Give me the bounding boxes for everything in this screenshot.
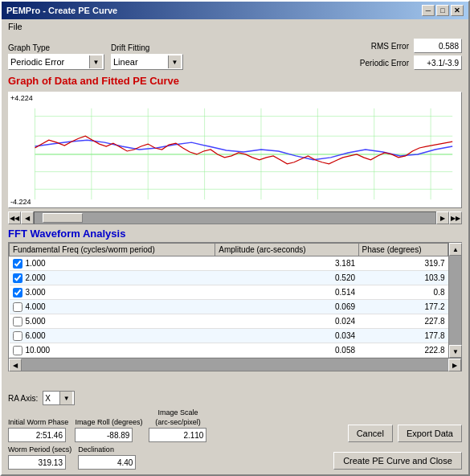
fft-table-row: 1.0003.181319.7: [10, 256, 448, 271]
cancel-button[interactable]: Cancel: [348, 425, 393, 442]
fft-table-row: 5.0000.024227.8: [10, 314, 448, 329]
graph-container: +4.224 -4.224: [8, 92, 462, 208]
fft-table-row: 2.0000.520103.9: [10, 271, 448, 285]
file-menu[interactable]: File: [5, 21, 26, 32]
drift-fitting-combo[interactable]: Linear ▼: [111, 54, 183, 70]
fft-col-phase: Phase (degrees): [358, 244, 448, 256]
fft-phase-cell: 0.8: [358, 285, 448, 300]
minimize-button[interactable]: ─: [422, 5, 435, 16]
rms-row: RMS Error 0.588: [345, 39, 462, 53]
fft-section: FFT Waveform Analysis Fundamental Freq (…: [8, 228, 462, 386]
export-data-button[interactable]: Export Data: [398, 425, 462, 442]
fft-h-scroll-right[interactable]: ▶: [448, 359, 461, 371]
scroll-right-end[interactable]: ▶▶: [449, 211, 462, 224]
fft-freq-cell: 2.000: [10, 271, 215, 285]
fft-checkbox[interactable]: [13, 259, 22, 269]
menu-bar: File: [2, 19, 468, 34]
fft-checkbox[interactable]: [13, 273, 22, 283]
fft-amplitude-cell: 3.181: [215, 256, 358, 271]
rms-section: RMS Error 0.588 Periodic Error +3.1/-3.9: [345, 39, 462, 70]
worm-period-group: Worm Period (secs) 319.13: [8, 445, 72, 470]
scroll-thumb[interactable]: [43, 213, 83, 223]
fft-amplitude-cell: 0.514: [215, 285, 358, 300]
rms-value: 0.588: [414, 39, 462, 53]
fft-col-freq: Fundamental Freq (cycles/worm period): [10, 244, 215, 256]
fft-amplitude-cell: 0.058: [215, 343, 358, 358]
fft-checkbox[interactable]: [13, 331, 22, 341]
close-button[interactable]: ✕: [451, 5, 464, 16]
fft-col-amp: Amplitude (arc-seconds): [215, 244, 358, 256]
create-pe-curve-button[interactable]: Create PE Curve and Close: [333, 452, 462, 470]
fft-amplitude-cell: 0.024: [215, 314, 358, 329]
worm-period-input[interactable]: 319.13: [8, 455, 66, 470]
ra-axis-row: RA Axis: X ▼: [8, 391, 462, 405]
main-window: PEMPro - Create PE Curve ─ □ ✕ File Grap…: [0, 0, 470, 476]
drift-fitting-label: Drift Fitting: [111, 43, 183, 52]
image-scale-label2: (arc-sec/pixel): [155, 418, 201, 426]
fft-table-row: 3.0000.5140.8: [10, 285, 448, 300]
drift-fitting-arrow[interactable]: ▼: [168, 55, 181, 68]
worm-phase-group: Initial Worm Phase 2:51.46: [8, 418, 68, 442]
ra-axis-combo[interactable]: X ▼: [43, 391, 75, 405]
fields-row-1: Initial Worm Phase 2:51.46 Image Roll (d…: [8, 408, 462, 442]
fft-scroll-up[interactable]: ▲: [449, 243, 462, 256]
fft-table-row: 6.0000.034177.8: [10, 329, 448, 343]
buttons-top-row: Cancel Export Data: [348, 425, 462, 442]
bottom-controls: RA Axis: X ▼ Initial Worm Phase 2:51.46 …: [8, 391, 462, 470]
scroll-right[interactable]: ▶: [436, 211, 449, 224]
btn-row-1: Cancel Export Data: [348, 425, 462, 442]
periodic-error-value: +3.1/-3.9: [414, 55, 462, 70]
graph-type-combo[interactable]: Periodic Error ▼: [8, 54, 104, 70]
fft-amplitude-cell: 0.520: [215, 271, 358, 285]
main-content: Graph Type Periodic Error ▼ Drift Fittin…: [2, 34, 468, 474]
drift-fitting-value: Linear: [113, 57, 138, 67]
fields-row-2: Worm Period (secs) 319.13 Declination 4.…: [8, 445, 462, 470]
graph-type-arrow[interactable]: ▼: [89, 55, 102, 68]
ra-axis-label: RA Axis:: [8, 394, 38, 403]
fft-phase-cell: 319.7: [358, 256, 448, 271]
image-roll-input[interactable]: -88.89: [75, 428, 133, 442]
fft-checkbox[interactable]: [13, 302, 22, 312]
top-controls: Graph Type Periodic Error ▼ Drift Fittin…: [8, 39, 462, 70]
fft-amplitude-cell: 0.034: [215, 329, 358, 343]
graph-svg: [9, 92, 461, 207]
fft-scroll-down[interactable]: ▼: [449, 345, 462, 358]
fft-amplitude-cell: 0.069: [215, 300, 358, 314]
fft-checkbox[interactable]: [13, 288, 22, 298]
scroll-track[interactable]: [34, 211, 436, 224]
maximize-button[interactable]: □: [436, 5, 449, 16]
fft-h-scroll-left[interactable]: ◀: [9, 359, 22, 371]
declination-input[interactable]: 4.40: [78, 455, 136, 470]
scroll-left[interactable]: ◀: [21, 211, 34, 224]
declination-group: Declination 4.40: [78, 445, 136, 470]
fft-phase-cell: 177.2: [358, 300, 448, 314]
scroll-left-start[interactable]: ◀◀: [8, 211, 21, 224]
periodic-error-row: Periodic Error +3.1/-3.9: [345, 55, 462, 70]
ra-axis-value: X: [45, 394, 51, 403]
fft-freq-cell: 10.000: [10, 343, 215, 358]
graph-type-label: Graph Type: [8, 43, 104, 52]
window-title: PEMPro - Create PE Curve: [6, 6, 117, 15]
fft-title: FFT Waveform Analysis: [8, 228, 462, 240]
fft-freq-cell: 5.000: [10, 314, 215, 329]
fft-freq-cell: 3.000: [10, 285, 215, 300]
image-roll-label: Image Roll (degrees): [75, 418, 142, 426]
fft-checkbox[interactable]: [13, 317, 22, 326]
worm-phase-input[interactable]: 2:51.46: [8, 428, 66, 442]
ra-axis-arrow[interactable]: ▼: [59, 392, 72, 404]
graph-scrollbar: ◀◀ ◀ ▶ ▶▶: [8, 211, 462, 224]
rms-label: RMS Error: [345, 42, 409, 51]
fft-freq-cell: 6.000: [10, 329, 215, 343]
fft-checkbox[interactable]: [13, 346, 22, 355]
declination-label: Declination: [78, 445, 136, 453]
fft-phase-cell: 227.8: [358, 314, 448, 329]
graph-type-value: Periodic Error: [10, 57, 64, 67]
title-bar: PEMPro - Create PE Curve ─ □ ✕: [2, 2, 468, 19]
fft-freq-cell: 4.000: [10, 300, 215, 314]
worm-period-label: Worm Period (secs): [8, 445, 72, 453]
worm-phase-label: Initial Worm Phase: [8, 418, 68, 426]
image-scale-input[interactable]: 2.110: [149, 428, 206, 442]
drift-fitting-group: Drift Fitting Linear ▼: [111, 43, 183, 70]
graph-type-group: Graph Type Periodic Error ▼: [8, 43, 104, 70]
title-controls: ─ □ ✕: [422, 5, 464, 16]
